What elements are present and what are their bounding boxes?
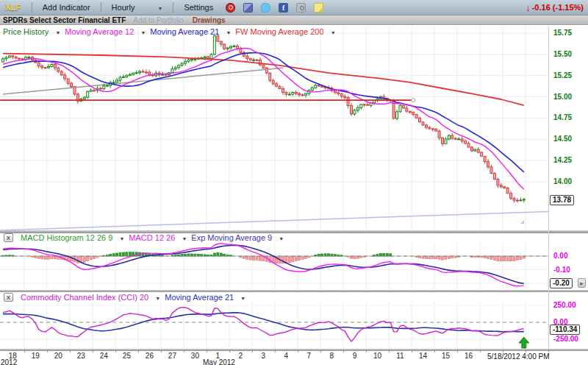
- price-legend-label: FW Moving Average 200: [235, 27, 323, 36]
- chevron-down-icon: ▼: [182, 236, 187, 241]
- date-tick: [298, 350, 298, 352]
- chevron-down-icon: ▼: [55, 30, 60, 35]
- date-tick: [252, 350, 253, 352]
- add-to-portfolio-link[interactable]: Add to Portfolio: [133, 16, 183, 24]
- chevron-down-icon: ▼: [240, 296, 245, 301]
- date-tick: [93, 350, 93, 352]
- date-label: 2: [233, 352, 248, 360]
- price-legend-item[interactable]: FW Moving Average 200 ▼: [235, 27, 335, 36]
- worden-icon[interactable]: [226, 3, 235, 13]
- toolbar-icon-group: f: [226, 3, 331, 13]
- charting-app-window: XLF Add Indicator Hourly ▼ Settings f ↓ …: [0, 0, 588, 365]
- chevron-down-icon: ▼: [155, 296, 160, 301]
- date-tick: [457, 350, 458, 352]
- date-label: 20: [51, 352, 65, 360]
- toolbar-divider: [101, 2, 101, 13]
- symbol-full-name: SPDRs Select Sector Financial ETF: [3, 16, 126, 24]
- cci-axis: 250.000.00-250.00-110.34: [548, 302, 588, 349]
- axis-tick-label: 14.75: [553, 113, 572, 121]
- macd-legend-item[interactable]: MACD Histogram 12 26 9 ▼: [21, 233, 124, 242]
- down-arrow-icon: ↓: [526, 2, 531, 13]
- note-icon[interactable]: [314, 3, 323, 13]
- macd-close-button[interactable]: X: [4, 233, 13, 242]
- axis-expand-button[interactable]: ▸: [578, 278, 586, 288]
- chevron-down-icon: ▼: [226, 30, 231, 35]
- axis-tick-label: 14.25: [553, 156, 572, 164]
- date-label: 11: [393, 352, 408, 360]
- interval-value: Hourly: [112, 3, 135, 12]
- camera-icon[interactable]: [296, 3, 306, 13]
- interval-dropdown[interactable]: Hourly ▼: [112, 3, 163, 12]
- facebook-icon[interactable]: f: [279, 3, 288, 13]
- axis-tick-label: -250.00: [553, 335, 578, 343]
- macd-legend-item[interactable]: MACD 12 26 ▼: [129, 233, 187, 242]
- drawings-menu[interactable]: Drawings: [193, 16, 226, 24]
- date-label: 9: [348, 352, 362, 360]
- price-panel-legend: Price History ▼Moving Average 12 ▼Moving…: [3, 27, 340, 36]
- twitter-icon[interactable]: [261, 3, 270, 13]
- cci-legend-label: Moving Average 21: [165, 293, 234, 302]
- chevron-down-icon: ▼: [140, 30, 146, 35]
- axis-border: [548, 26, 549, 349]
- macd-chart-canvas[interactable]: [0, 243, 548, 290]
- last-bar-timestamp: 5/18/2012 4:00 PM: [487, 352, 550, 361]
- axis-tick-label: -0.10: [553, 266, 570, 274]
- date-tick: [480, 350, 481, 352]
- date-tick: [366, 350, 367, 352]
- cci-legend-item[interactable]: Moving Average 21 ▼: [165, 293, 245, 302]
- date-axis: 181920232425262730123478910111415162012M…: [0, 350, 559, 365]
- macd-axis: 0.00-0.10-0.20▸: [548, 243, 588, 290]
- date-label: 27: [165, 352, 179, 360]
- date-label: 14: [416, 352, 431, 360]
- last-value-box: 13.78: [550, 195, 574, 205]
- cci-close-button[interactable]: X: [4, 293, 13, 302]
- price-legend-label: Moving Average 12: [65, 27, 134, 36]
- date-tick: [229, 350, 230, 352]
- change-value: -0.16 (-1.15%): [532, 3, 584, 12]
- chevron-down-icon: ▼: [119, 236, 124, 241]
- add-indicator-button[interactable]: Add Indicator: [43, 3, 90, 12]
- toolbar-divider: [173, 2, 173, 13]
- cci-chart-canvas[interactable]: [0, 302, 548, 349]
- date-label: 7: [301, 352, 316, 360]
- axis-tick-label: 15.50: [553, 50, 572, 58]
- date-label: 8: [324, 352, 339, 360]
- macd-legend-item[interactable]: Exp Moving Average 9 ▼: [191, 233, 284, 242]
- date-label: 26: [142, 352, 157, 360]
- cci-panel-legend: XCommodity Channel Index (CCI) 20 ▼Movin…: [4, 293, 250, 302]
- symbol-subheader: SPDRs Select Sector Financial ETF Add to…: [0, 15, 588, 25]
- last-value-box: -0.20: [550, 278, 573, 288]
- cube-icon[interactable]: [243, 3, 253, 13]
- date-label: 19: [28, 352, 43, 360]
- price-legend-item[interactable]: Moving Average 21 ▼: [150, 27, 231, 36]
- panel-splitter[interactable]: [0, 290, 588, 292]
- date-tick: [70, 350, 71, 352]
- axis-tick-label: 250.00: [553, 301, 576, 309]
- date-tick: [184, 350, 184, 352]
- date-tick: [207, 350, 207, 352]
- date-label: 3: [256, 352, 270, 360]
- price-chart-canvas[interactable]: [0, 26, 548, 230]
- date-label: 4: [279, 352, 293, 360]
- price-legend-item[interactable]: Moving Average 12 ▼: [65, 27, 146, 36]
- cci-legend-item[interactable]: Commodity Channel Index (CCI) 20 ▼: [21, 293, 160, 302]
- month-label: May 2012: [203, 358, 235, 365]
- date-tick: [389, 350, 390, 352]
- date-tick: [343, 350, 344, 352]
- axis-tick-label: 15.25: [553, 71, 572, 79]
- axis-tick-label: 14.00: [553, 177, 572, 185]
- date-tick: [24, 350, 25, 352]
- axis-tick-label: 15.00: [553, 93, 572, 101]
- chevron-down-icon: ▼: [157, 6, 162, 11]
- price-legend-item[interactable]: Price History ▼: [3, 27, 60, 36]
- last-value-box: -110.34: [550, 325, 580, 335]
- axis-tick-label: 0.00: [553, 252, 567, 260]
- chevron-down-icon: ▼: [279, 236, 284, 241]
- date-tick: [161, 350, 162, 352]
- cci-legend-label: Commodity Channel Index (CCI) 20: [21, 293, 148, 302]
- date-label: 30: [187, 352, 202, 360]
- price-change-indicator: ↓ -0.16 (-1.15%): [526, 2, 584, 13]
- toolbar: XLF Add Indicator Hourly ▼ Settings f ↓ …: [0, 0, 588, 15]
- settings-button[interactable]: Settings: [184, 3, 213, 12]
- macd-legend-label: MACD 12 26: [129, 233, 175, 242]
